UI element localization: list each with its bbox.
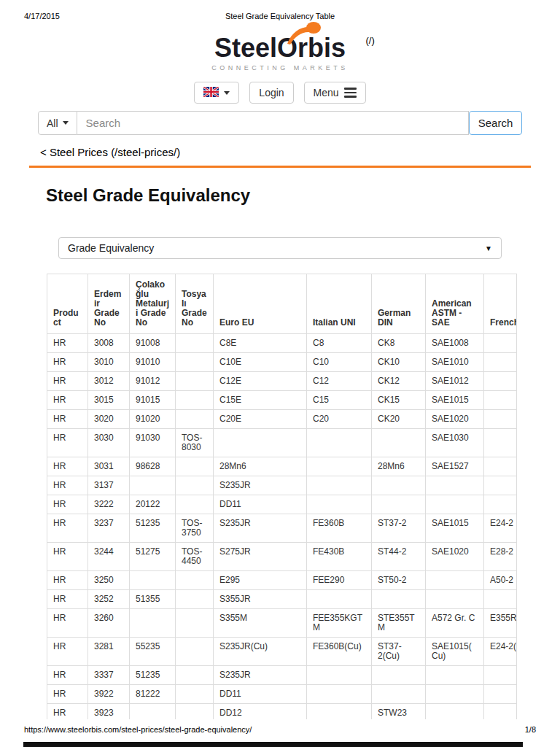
table-cell — [176, 457, 214, 476]
table-cell: 3030 — [88, 429, 130, 457]
table-cell: 3031 — [88, 457, 130, 476]
table-cell: C10 — [307, 353, 372, 372]
table-cell: E28-2 — [484, 543, 518, 571]
table-cell: E355R — [484, 609, 518, 638]
table-cell — [484, 372, 518, 391]
column-header: Product — [47, 274, 88, 334]
table-cell — [484, 590, 518, 609]
table-cell — [426, 666, 484, 685]
table-cell: E295 — [214, 571, 307, 590]
table-cell: E24-2 — [484, 514, 518, 543]
search-scope-label: All — [47, 117, 58, 129]
table-cell: HR — [47, 353, 88, 372]
table-cell — [426, 495, 484, 514]
table-row: HR333751235S235JR — [47, 666, 518, 685]
table-cell — [484, 685, 518, 704]
root-link[interactable]: (/) — [365, 35, 374, 46]
table-cell — [484, 353, 518, 372]
table-cell — [372, 685, 426, 704]
login-label: Login — [259, 87, 284, 98]
login-button[interactable]: Login — [249, 82, 293, 104]
grade-equivalency-select[interactable]: Grade Equivalency ▼ — [58, 237, 502, 259]
table-cell — [176, 685, 214, 704]
table-cell: 3237 — [88, 514, 130, 543]
table-cell — [176, 638, 214, 666]
print-page-number: 1/8 — [525, 725, 536, 734]
table-row: HR300891008C8EC8CK8SAE1008 — [47, 334, 518, 353]
table-cell: 3281 — [88, 638, 130, 666]
table-row: HR3250E295FEE290ST50-2A50-2 — [47, 571, 518, 590]
search-scope-dropdown[interactable]: All — [38, 111, 77, 135]
table-cell: HR — [47, 372, 88, 391]
table-cell: HR — [47, 391, 88, 410]
table-cell: HR — [47, 590, 88, 609]
table-cell: S235JR — [214, 666, 307, 685]
table-row: HR324451275TOS-4450S275JRFE430BST44-2SAE… — [47, 543, 518, 571]
table-cell — [307, 429, 372, 457]
table-cell: C8E — [214, 334, 307, 353]
table-cell: FE360B(Cu) — [307, 638, 372, 666]
table-cell: HR — [47, 457, 88, 476]
table-row: HR325251355S355JR — [47, 590, 518, 609]
table-cell: 3923 — [88, 704, 130, 720]
table-cell: 3137 — [88, 476, 130, 495]
table-cell — [484, 457, 518, 476]
table-row: HR302091020C20EC20CK20SAE1020 — [47, 410, 518, 429]
table-cell: 3252 — [88, 590, 130, 609]
table-cell: 91020 — [130, 410, 176, 429]
table-row: HR30319862828Mn628Mn6SAE1527 — [47, 457, 518, 476]
equivalency-table: ProductErdemir Grade NoÇolakoğlu Metalur… — [47, 274, 517, 719]
print-footer-url: https://www.steelorbis.com/steel-prices/… — [24, 725, 252, 734]
column-header: French — [484, 274, 518, 334]
table-cell: CK12 — [372, 372, 426, 391]
table-cell: E24-2(Cu) — [484, 638, 518, 666]
table-cell: 28Mn6 — [372, 457, 426, 476]
table-cell: S235JR — [214, 476, 307, 495]
table-cell: SAE1008 — [426, 334, 484, 353]
search-button[interactable]: Search — [469, 111, 522, 135]
table-cell — [307, 495, 372, 514]
table-cell: 3020 — [88, 410, 130, 429]
table-cell: C8 — [307, 334, 372, 353]
search-input[interactable] — [77, 111, 469, 135]
table-cell — [426, 685, 484, 704]
table-cell: 3250 — [88, 571, 130, 590]
column-header: Italian UNI — [307, 274, 372, 334]
equivalency-table-container[interactable]: ProductErdemir Grade NoÇolakoğlu Metalur… — [47, 274, 517, 719]
table-cell: DD11 — [214, 495, 307, 514]
table-cell: TOS-8030 — [176, 429, 214, 457]
clipped-bottom-bar — [23, 742, 523, 747]
table-cell: 3015 — [88, 391, 130, 410]
table-cell: C15 — [307, 391, 372, 410]
breadcrumb-back-link[interactable]: < Steel Prices (/steel-prices/) — [40, 146, 180, 158]
table-cell — [484, 666, 518, 685]
table-cell: S235JR(Cu) — [214, 638, 307, 666]
table-cell — [372, 495, 426, 514]
menu-button[interactable]: Menu — [304, 82, 366, 104]
table-cell: SAE1020 — [426, 543, 484, 571]
table-cell: FE430B — [307, 543, 372, 571]
table-cell: TOS-4450 — [176, 543, 214, 571]
table-row: HR392281222DD11 — [47, 685, 518, 704]
table-cell — [426, 571, 484, 590]
chevron-down-icon — [224, 91, 230, 95]
table-row: HR301591015C15EC15CK15SAE1015 — [47, 391, 518, 410]
table-cell: 51235 — [130, 666, 176, 685]
table-cell: FEE290 — [307, 571, 372, 590]
table-body: HR300891008C8EC8CK8SAE1008HR301091010C10… — [47, 334, 518, 720]
table-cell — [176, 410, 214, 429]
table-cell: C20E — [214, 410, 307, 429]
table-cell: S275JR — [214, 543, 307, 571]
table-cell — [307, 666, 372, 685]
brand-logo[interactable]: SteelOrbis — [211, 34, 349, 63]
table-cell: S235JR — [214, 514, 307, 543]
table-header: ProductErdemir Grade NoÇolakoğlu Metalur… — [47, 274, 518, 334]
table-cell: CK20 — [372, 410, 426, 429]
table-cell — [176, 590, 214, 609]
language-dropdown-button[interactable] — [194, 82, 239, 104]
table-cell: S355M — [214, 609, 307, 638]
table-cell — [484, 334, 518, 353]
table-cell: HR — [47, 704, 88, 720]
table-cell — [130, 476, 176, 495]
table-cell: SAE1015(Cu) — [426, 638, 484, 666]
